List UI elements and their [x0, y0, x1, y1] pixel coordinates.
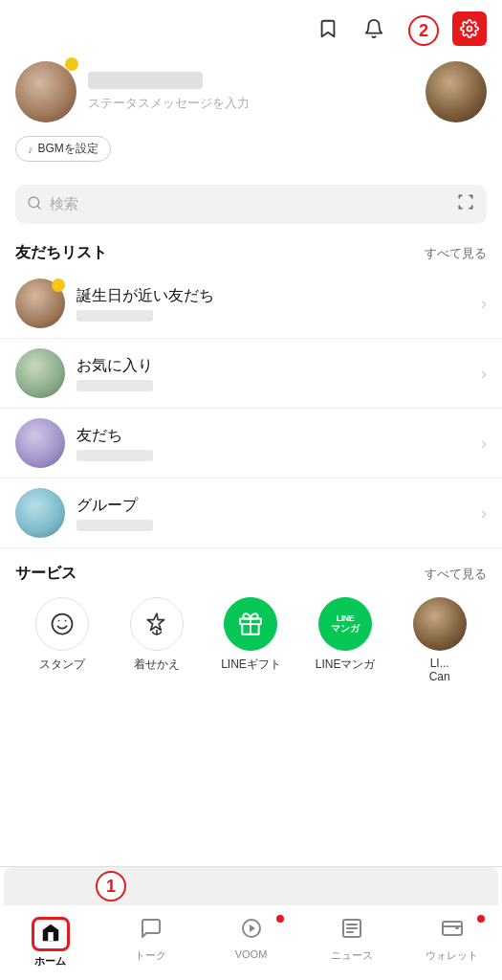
friend-avatar-groups [15, 488, 65, 538]
news-icon [340, 917, 363, 946]
theme-icon [130, 597, 184, 651]
friends-see-all[interactable]: すべて見る [425, 245, 487, 262]
services-see-all[interactable]: すべて見る [425, 566, 487, 583]
friend-item-birthday[interactable]: 誕生日が近い友だち › [0, 269, 502, 339]
bgm-note-icon: ♪ [28, 144, 33, 155]
friends-section-header: 友だちリスト すべて見る [0, 232, 502, 269]
avatar [15, 61, 76, 122]
friend-sub-blur-friends [76, 450, 153, 461]
tab-home-label: ホーム [34, 954, 66, 969]
chevron-icon-fav: › [481, 364, 487, 384]
tab-news-label: ニュース [331, 948, 373, 963]
scan-icon[interactable] [456, 192, 475, 216]
svg-line-5 [37, 206, 40, 209]
tab-wallet[interactable]: ウォレット [402, 913, 502, 972]
friend-avatar-birthday [15, 278, 65, 328]
tab-talk-label: トーク [135, 948, 166, 963]
services-section-header: サービス すべて見る [0, 552, 502, 590]
talk-icon [140, 917, 163, 946]
manga-label: LINEマンガ [316, 657, 376, 673]
profile-name-blur [88, 72, 203, 89]
friend-name-fav: お気に入り [76, 356, 469, 391]
service-gift[interactable]: LINEギフト [204, 597, 298, 683]
svg-point-6 [53, 614, 73, 635]
tab-voom[interactable]: VOOM [201, 913, 301, 972]
stamp-label: スタンプ [39, 657, 85, 673]
search-bar[interactable]: 検索 [15, 185, 487, 224]
svg-marker-13 [250, 924, 255, 932]
chevron-icon: › [481, 294, 487, 314]
manga-icon-text: LINE マンガ [319, 598, 371, 650]
friend-name-groups: グループ [76, 496, 469, 531]
friend-sub-blur-groups [76, 520, 153, 531]
service-manga[interactable]: LINE マンガ LINEマンガ [298, 597, 393, 683]
bottom-tabs: ホーム トーク VOOM [0, 909, 502, 980]
search-icon [27, 195, 42, 214]
voom-icon [240, 917, 263, 946]
chevron-icon-groups: › [481, 503, 487, 523]
bottom-nav: 1 ホーム トーク [0, 866, 502, 980]
friend-name-text-fav: お気に入り [76, 356, 469, 376]
service-stamp[interactable]: スタンプ [15, 597, 110, 683]
settings-icon[interactable] [452, 11, 487, 46]
profile-avatar-right [426, 61, 487, 122]
friend-avatar-fav [15, 348, 65, 398]
stamp-icon [35, 597, 89, 651]
service-theme[interactable]: 着せかえ [110, 597, 205, 683]
gift-label: LINEギフト [221, 657, 281, 673]
friend-name-text-groups: グループ [76, 496, 469, 516]
circle-2-badge: 2 [408, 15, 439, 46]
friend-item-groups[interactable]: グループ › [0, 479, 502, 548]
bgm-button[interactable]: ♪ BGMを設定 [15, 136, 111, 162]
profile-status: ステータスメッセージを入力 [88, 95, 414, 112]
tab-voom-label: VOOM [235, 948, 268, 960]
friend-name-text-friends: 友だち [76, 426, 469, 446]
services-section: サービス すべて見る スタンプ [0, 552, 502, 695]
profile-info: ステータスメッセージを入力 [88, 72, 414, 112]
friend-avatar-friends [15, 418, 65, 468]
tab-wallet-label: ウォレット [426, 948, 478, 963]
bell-icon[interactable] [360, 15, 387, 42]
tab-home[interactable]: ホーム [0, 913, 100, 972]
home-icon-box [32, 917, 70, 951]
friend-item-favorites[interactable]: お気に入り › [0, 339, 502, 409]
voom-dot [276, 915, 284, 923]
services-section-title: サービス [15, 564, 76, 584]
search-placeholder: 検索 [50, 195, 448, 213]
theme-label: 着せかえ [134, 657, 180, 673]
service-last-label: LI...Can [429, 657, 450, 683]
chevron-icon-friends: › [481, 434, 487, 454]
manga-icon: LINE マンガ [318, 597, 372, 651]
bookmark-icon[interactable] [315, 15, 341, 42]
tab-news[interactable]: ニュース [301, 913, 402, 972]
services-grid: スタンプ 着せかえ [0, 590, 502, 695]
friend-sub-blur-fav [76, 380, 153, 391]
friend-item-friends[interactable]: 友だち › [0, 409, 502, 479]
circle-1-badge: 1 [96, 871, 126, 902]
friend-name-friends: 友だち [76, 426, 469, 461]
service-last-icon [413, 597, 467, 651]
bgm-label: BGMを設定 [38, 141, 98, 157]
friend-name-birthday: 誕生日が近い友だち [76, 286, 469, 322]
wallet-icon [441, 917, 464, 946]
bottom-highlight [4, 867, 498, 905]
avatar-badge [65, 57, 78, 71]
gift-icon [224, 597, 277, 651]
tab-talk[interactable]: トーク [100, 913, 201, 972]
svg-point-3 [468, 27, 472, 32]
wallet-dot [477, 915, 485, 923]
friend-sub-blur [76, 310, 153, 322]
service-last[interactable]: LI...Can [392, 597, 487, 683]
friends-section-title: 友だちリスト [15, 243, 107, 263]
profile-section: ステータスメッセージを入力 2 ♪ BGMを設定 [0, 54, 502, 173]
friend-name-text-birthday: 誕生日が近い友だち [76, 286, 469, 306]
